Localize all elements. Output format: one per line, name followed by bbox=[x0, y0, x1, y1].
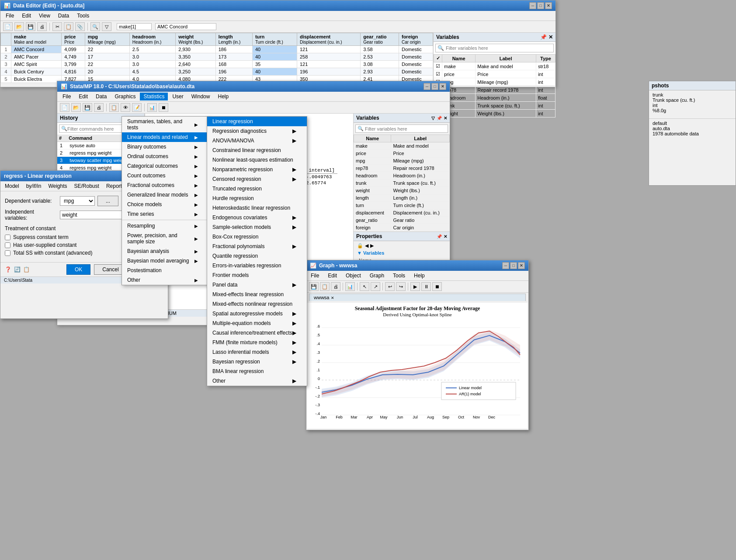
submenu-censored[interactable]: Censored regression ▶ bbox=[207, 174, 307, 184]
reset-icon[interactable]: 🔄 bbox=[14, 266, 21, 273]
cell-4-length[interactable]: 196 bbox=[215, 68, 252, 76]
menu-edit[interactable]: Edit bbox=[18, 12, 35, 20]
stats-item-timeseries[interactable]: Time series ▶ bbox=[122, 209, 208, 219]
cell-3-disp[interactable]: 121 bbox=[297, 61, 360, 68]
cell-1-disp[interactable]: 121 bbox=[297, 46, 360, 53]
cell-3-foreign[interactable]: Domestic bbox=[399, 61, 433, 68]
col-displacement[interactable]: displacementDisplacement (cu. in.) bbox=[297, 33, 360, 46]
user-supplied-check[interactable] bbox=[5, 242, 10, 248]
cell-5-make[interactable]: Buick Electra bbox=[11, 76, 62, 83]
stats-item-ordinal[interactable]: Ordinal outcomes ▶ bbox=[122, 152, 208, 161]
graph-tab-close[interactable]: ✕ bbox=[331, 296, 334, 300]
stats-item-power[interactable]: Power, precision, and sample size ▶ bbox=[122, 231, 208, 246]
graph-print-btn[interactable]: 🖨 bbox=[331, 282, 340, 291]
submenu-bma-linear[interactable]: BMA linear regression bbox=[207, 366, 307, 376]
stata-menu-data[interactable]: Data bbox=[92, 93, 110, 100]
submenu-spatial[interactable]: Spatial autoregressive models ▶ bbox=[207, 309, 307, 318]
cell-4-gear[interactable]: 2.93 bbox=[361, 68, 399, 76]
graph-play-btn[interactable]: ▶ bbox=[410, 282, 420, 291]
submenu-nonlinear-ls[interactable]: Nonlinear least-squares estimation bbox=[207, 155, 307, 165]
new-btn[interactable]: 📄 bbox=[3, 22, 13, 31]
cell-2-weight[interactable]: 3,350 bbox=[176, 53, 215, 61]
col-gear-ratio[interactable]: gear_ratioGear ratio bbox=[361, 33, 399, 46]
cell-1-mpg[interactable]: 22 bbox=[85, 46, 129, 53]
cell-2-headroom[interactable]: 3.0 bbox=[129, 53, 176, 61]
menu-tools[interactable]: Tools bbox=[73, 12, 93, 20]
stata-menu-edit[interactable]: Edit bbox=[75, 93, 91, 100]
cell-3-mpg[interactable]: 22 bbox=[85, 61, 129, 68]
cell-1-headroom[interactable]: 2.5 bbox=[129, 46, 176, 53]
menu-file[interactable]: File bbox=[2, 12, 17, 20]
var-row-headroom[interactable]: ☑ headroom Headroom (in.) float bbox=[434, 94, 555, 102]
var-row-price[interactable]: ☑ price Price int bbox=[434, 70, 555, 78]
stata-close[interactable]: ✕ bbox=[439, 83, 446, 90]
copy-btn[interactable]: 📋 bbox=[64, 22, 73, 31]
graph-close[interactable]: ✕ bbox=[518, 262, 525, 269]
stata-vars-search[interactable]: 🔍 bbox=[355, 124, 448, 133]
print-btn[interactable]: 🖨 bbox=[37, 22, 47, 31]
stata-menu-user[interactable]: User bbox=[169, 93, 187, 100]
stata-var-length[interactable]: lengthLength (in.) bbox=[354, 194, 450, 202]
pin-icon-2[interactable]: 📌 bbox=[437, 116, 442, 121]
graph-menu-help[interactable]: Help bbox=[410, 272, 428, 280]
var-row-mpg[interactable]: ☑ mpg Mileage (mpg) int bbox=[434, 78, 555, 86]
next-icon[interactable]: ▶ bbox=[370, 243, 374, 249]
cell-4-foreign[interactable]: Domestic bbox=[399, 68, 433, 76]
stats-item-glm[interactable]: Generalized linear models ▶ bbox=[122, 190, 208, 200]
help-icon[interactable]: ❓ bbox=[5, 266, 11, 273]
cell-4-mpg[interactable]: 20 bbox=[85, 68, 129, 76]
stata-menu-file[interactable]: File bbox=[59, 93, 74, 100]
variables-search[interactable]: 🔍 bbox=[435, 44, 554, 52]
cell-1-price[interactable]: 4,099 bbox=[62, 46, 85, 53]
cell-1-foreign[interactable]: Domestic bbox=[399, 46, 433, 53]
copy-dialog-icon[interactable]: 📋 bbox=[23, 266, 30, 273]
cell-2-mpg[interactable]: 17 bbox=[85, 53, 129, 61]
submenu-lasso[interactable]: Lasso inferential models ▶ bbox=[207, 347, 307, 357]
open-btn[interactable]: 📂 bbox=[14, 22, 24, 31]
close-properties-icon[interactable]: ✕ bbox=[444, 234, 447, 239]
cell-1-weight[interactable]: 2,930 bbox=[176, 46, 215, 53]
graph-redo-btn[interactable]: ↪ bbox=[396, 282, 406, 291]
submenu-reg-diagnostics[interactable]: Regression diagnostics ▶ bbox=[207, 126, 307, 136]
prev-icon[interactable]: ◀ bbox=[365, 243, 368, 249]
cell-2-price[interactable]: 4,749 bbox=[62, 53, 85, 61]
dep-var-select[interactable]: mpg bbox=[60, 196, 95, 206]
graph-copy-btn[interactable]: 📋 bbox=[320, 282, 330, 291]
submenu-mixed-nonlinear[interactable]: Mixed-effects nonlinear regression bbox=[207, 299, 307, 309]
stata-var-gear-ratio[interactable]: gear_ratioGear ratio bbox=[354, 217, 450, 224]
cell-3-length[interactable]: 168 bbox=[215, 61, 252, 68]
stata-save-btn[interactable]: 💾 bbox=[83, 103, 92, 112]
graph-restore[interactable]: □ bbox=[510, 262, 517, 269]
graph-bar-btn[interactable]: 📊 bbox=[345, 282, 355, 291]
cell-3-gear[interactable]: 3.08 bbox=[361, 61, 399, 68]
cell-3-turn[interactable]: 35 bbox=[252, 61, 297, 68]
submenu-fractional-poly[interactable]: Fractional polynomials ▶ bbox=[207, 242, 307, 251]
submenu-multi-eq[interactable]: Multiple-equation models ▶ bbox=[207, 318, 307, 328]
stats-item-postestimation[interactable]: Postestimation bbox=[122, 266, 208, 275]
submenu-boxcox[interactable]: Box-Cox regression bbox=[207, 232, 307, 242]
close-vars-icon[interactable]: ✕ bbox=[444, 116, 447, 121]
submenu-causal[interactable]: Causal inference/treatment effects ▶ bbox=[207, 328, 307, 338]
stata-var-turn[interactable]: turnTurn circle (ft.) bbox=[354, 202, 450, 209]
var-row-weight[interactable]: ☑ weight Weight (lbs.) int bbox=[434, 110, 555, 118]
stats-item-count[interactable]: Count outcomes ▶ bbox=[122, 171, 208, 180]
stata-var-rep78[interactable]: rep78Repair record 1978 bbox=[354, 165, 450, 172]
graph-pointer-btn[interactable]: ↗ bbox=[371, 282, 380, 291]
stata-menu-statistics[interactable]: Statistics bbox=[140, 93, 168, 100]
cell-2-make[interactable]: AMC Pacer bbox=[11, 53, 62, 61]
stata-editor-btn[interactable]: 📝 bbox=[132, 103, 142, 112]
graph-menu-edit[interactable]: Edit bbox=[324, 272, 340, 280]
submenu-anova[interactable]: ANOVA/MANOVA ▶ bbox=[207, 136, 307, 145]
graph-minimize[interactable]: ─ bbox=[502, 262, 509, 269]
col-headroom[interactable]: headroomHeadroom (in.) bbox=[129, 33, 176, 46]
stata-var-mpg[interactable]: mpgMileage (mpg) bbox=[354, 157, 450, 165]
col-price[interactable]: pricePrice bbox=[62, 33, 85, 46]
total-ss-check[interactable] bbox=[5, 250, 10, 256]
cell-2-turn[interactable]: 40 bbox=[252, 53, 297, 61]
cell-4-turn[interactable]: 40 bbox=[252, 68, 297, 76]
ok-button[interactable]: OK bbox=[66, 264, 90, 275]
stats-item-fractional[interactable]: Fractional outcomes ▶ bbox=[122, 180, 208, 190]
cell-1-make[interactable]: AMC Concord bbox=[11, 46, 62, 53]
stata-restore[interactable]: □ bbox=[431, 83, 438, 90]
col-turn[interactable]: turnTurn circle (ft.) bbox=[252, 33, 297, 46]
